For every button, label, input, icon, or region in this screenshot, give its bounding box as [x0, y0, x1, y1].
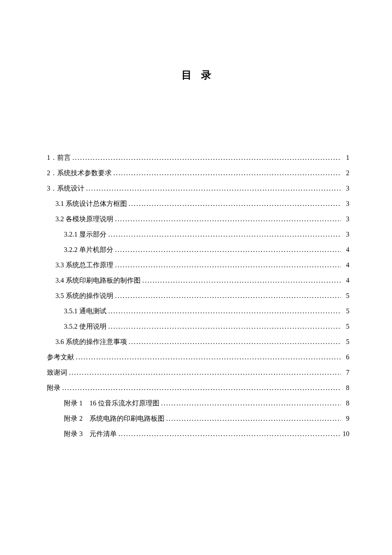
- toc-entry: 3.5.2 使用说明5: [47, 319, 349, 334]
- toc-leader-dots: [129, 196, 341, 211]
- toc-entry-label: 3．系统设计: [47, 181, 84, 196]
- toc-entry-label: 3.3 系统总工作原理: [55, 257, 113, 273]
- toc-entry: 3.2.2 单片机部分4: [47, 242, 349, 257]
- toc-entry: 3.3 系统总工作原理4: [47, 257, 349, 273]
- toc-entry-page: 5: [343, 319, 349, 334]
- toc-leader-dots: [108, 304, 341, 319]
- toc-entry-page: 3: [343, 211, 349, 227]
- toc-entry: 附录8: [47, 380, 349, 396]
- toc-title: 目 录: [47, 68, 349, 82]
- toc-entry-label: 2．系统技术参数要求: [47, 165, 112, 181]
- toc-entry-page: 2: [343, 165, 349, 181]
- toc-leader-dots: [108, 319, 341, 334]
- toc-entry-label: 3.2 各模块原理说明: [55, 211, 113, 227]
- toc-entry-label: 3.6 系统的操作注意事项: [55, 334, 127, 350]
- toc-entry-page: 8: [343, 396, 349, 411]
- toc-entry: 3.5.1 通电测试5: [47, 304, 349, 319]
- toc-leader-dots: [113, 165, 341, 181]
- toc-leader-dots: [166, 411, 341, 426]
- toc-list: 1．前言12．系统技术参数要求23．系统设计33.1 系统设计总体方框图33.2…: [47, 150, 349, 442]
- toc-entry-label: 附录 2 系统电路的印刷电路板图: [64, 411, 164, 426]
- toc-entry-label: 附录 1 16 位音乐流水灯原理图: [64, 396, 159, 411]
- toc-entry: 1．前言1: [47, 150, 349, 165]
- toc-entry-label: 3.5.2 使用说明: [64, 319, 107, 334]
- toc-entry-page: 4: [343, 257, 349, 273]
- toc-leader-dots: [129, 334, 341, 350]
- toc-entry: 3.2.1 显示部分3: [47, 227, 349, 242]
- toc-entry-page: 4: [343, 273, 349, 288]
- toc-entry: 致谢词7: [47, 365, 349, 380]
- toc-entry-label: 附录 3 元件清单: [64, 426, 117, 442]
- toc-leader-dots: [69, 365, 341, 380]
- toc-entry-page: 3: [343, 196, 349, 211]
- toc-entry-label: 参考文献: [47, 350, 74, 365]
- toc-entry-page: 3: [343, 227, 349, 242]
- toc-leader-dots: [76, 350, 341, 365]
- toc-entry: 附录 1 16 位音乐流水灯原理图8: [47, 396, 349, 411]
- toc-entry-label: 3.2.1 显示部分: [64, 227, 107, 242]
- toc-entry-page: 5: [343, 288, 349, 304]
- toc-entry-label: 3.1 系统设计总体方框图: [55, 196, 127, 211]
- toc-entry-page: 3: [343, 181, 349, 196]
- toc-entry: 附录 3 元件清单10: [47, 426, 349, 442]
- toc-leader-dots: [72, 150, 341, 165]
- toc-leader-dots: [115, 242, 341, 257]
- toc-entry: 3.6 系统的操作注意事项5: [47, 334, 349, 350]
- toc-entry-label: 致谢词: [47, 365, 67, 380]
- toc-entry-page: 10: [343, 426, 349, 442]
- toc-entry-label: 3.5.1 通电测试: [64, 304, 107, 319]
- toc-leader-dots: [115, 211, 341, 227]
- toc-leader-dots: [86, 181, 341, 196]
- toc-entry-page: 7: [343, 365, 349, 380]
- toc-entry: 3.4 系统印刷电路板的制作图4: [47, 273, 349, 288]
- toc-entry-page: 5: [343, 304, 349, 319]
- toc-leader-dots: [115, 257, 341, 273]
- toc-entry: 2．系统技术参数要求2: [47, 165, 349, 181]
- toc-leader-dots: [62, 380, 341, 396]
- toc-entry: 参考文献6: [47, 350, 349, 365]
- toc-leader-dots: [142, 273, 341, 288]
- toc-entry-page: 1: [343, 150, 349, 165]
- toc-leader-dots: [118, 426, 341, 442]
- toc-leader-dots: [115, 288, 341, 304]
- toc-entry: 3.5 系统的操作说明5: [47, 288, 349, 304]
- toc-entry-label: 3.2.2 单片机部分: [64, 242, 113, 257]
- toc-entry-page: 5: [343, 334, 349, 350]
- toc-entry-label: 1．前言: [47, 150, 71, 165]
- toc-leader-dots: [161, 396, 341, 411]
- toc-entry-label: 3.4 系统印刷电路板的制作图: [55, 273, 141, 288]
- toc-leader-dots: [108, 227, 341, 242]
- toc-entry: 3．系统设计3: [47, 181, 349, 196]
- toc-entry-label: 3.5 系统的操作说明: [55, 288, 113, 304]
- toc-entry-page: 4: [343, 242, 349, 257]
- toc-entry-page: 9: [343, 411, 349, 426]
- toc-entry-page: 8: [343, 380, 349, 396]
- toc-entry: 3.1 系统设计总体方框图3: [47, 196, 349, 211]
- toc-entry: 3.2 各模块原理说明3: [47, 211, 349, 227]
- toc-entry-label: 附录: [47, 380, 61, 396]
- toc-entry-page: 6: [343, 350, 349, 365]
- toc-entry: 附录 2 系统电路的印刷电路板图9: [47, 411, 349, 426]
